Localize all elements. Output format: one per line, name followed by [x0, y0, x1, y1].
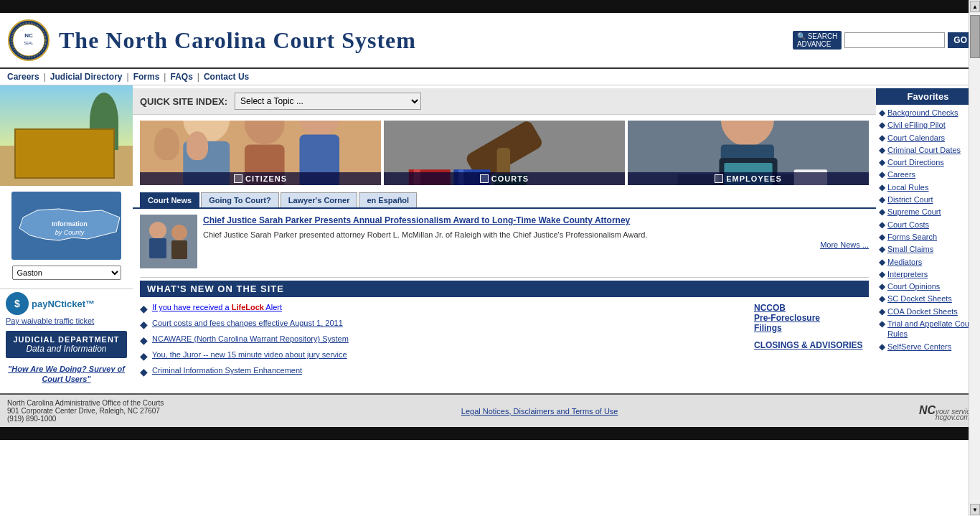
fav-item-7: ◆ District Court — [879, 194, 977, 205]
fav-item-3: ◆ Criminal Court Dates — [879, 145, 977, 155]
jdi-title: Judicial Department — [11, 335, 121, 344]
whats-new-link-4[interactable]: Criminal Information System Enhancement — [152, 366, 302, 375]
news-photo — [140, 215, 197, 268]
whats-new-item-3: ◆ You, the Juror -- new 15 minute video … — [140, 350, 747, 362]
svg-text:by County: by County — [55, 229, 85, 236]
whats-new-link-2[interactable]: NCAWARE (North Carolina Warrant Reposito… — [152, 334, 349, 343]
favorites-header: Favorites — [876, 88, 980, 105]
footer-left: North Carolina Administrative Office of … — [7, 399, 164, 423]
fav-item-0: ◆ Background Checks — [879, 108, 977, 118]
svg-text:Information: Information — [52, 220, 88, 227]
fav-link-supreme-court[interactable]: Supreme Court — [887, 207, 941, 217]
scrollbar-thumb[interactable] — [970, 15, 980, 58]
citizens-checkbox — [234, 174, 242, 183]
fav-diamond-11: ◆ — [879, 244, 885, 254]
fav-item-9: ◆ Court Costs — [879, 220, 977, 230]
nav-contact-us[interactable]: Contact Us — [204, 72, 249, 82]
nav-judicial-directory[interactable]: Judicial Directory — [50, 72, 123, 82]
fav-link-court-opinions[interactable]: Court Opinions — [887, 281, 940, 291]
svg-point-1 — [13, 24, 44, 56]
legal-notices-link[interactable]: Legal Notices, Disclaimers and Terms of … — [461, 407, 618, 416]
photo-house — [14, 128, 115, 179]
fav-link-court-calendars[interactable]: Court Calendars — [887, 133, 945, 143]
favorites-list: ◆ Background Checks ◆ Civil eFiling Pilo… — [876, 106, 980, 355]
lifelock-highlight: LifeLock — [232, 303, 264, 311]
fav-link-small-claims[interactable]: Small Claims — [887, 244, 933, 254]
jdi-box[interactable]: Judicial Department Data and Information — [6, 331, 127, 358]
more-news-link[interactable]: More News ... — [820, 240, 869, 249]
whats-new-link-1[interactable]: Court costs and fees changes effective A… — [152, 319, 343, 327]
search-input[interactable] — [844, 32, 945, 48]
quick-index-select[interactable]: Select a Topic ... Background Checks Civ… — [235, 93, 421, 110]
quick-index-label: Quick Site Index: — [140, 96, 227, 107]
nav-careers[interactable]: Careers — [7, 72, 39, 82]
whats-new-content: ◆ If you have received a LifeLock Alert … — [133, 297, 876, 388]
fav-item-16: ◆ COA Docket Sheets — [879, 306, 977, 316]
fav-link-court-costs[interactable]: Court Costs — [887, 220, 929, 230]
court-news-section: Chief Justice Sarah Parker Presents Annu… — [133, 209, 876, 274]
fav-item-15: ◆ SC Docket Sheets — [879, 294, 977, 304]
diamond-icon-0: ◆ — [140, 303, 148, 314]
closings-link[interactable]: CLOSINGS & ADVISORIES — [754, 340, 869, 350]
site-title: The North Carolina Court System — [59, 27, 793, 54]
whats-new-link-0[interactable]: If you have received a LifeLock Alert — [152, 303, 282, 311]
nav-faqs[interactable]: FAQs — [170, 72, 192, 82]
footer-right: NC your service ncgov.com — [915, 400, 973, 423]
fav-link-coa-docket[interactable]: COA Docket Sheets — [887, 306, 958, 316]
footer-phone: (919) 890-1000 — [7, 415, 164, 423]
nav-forms[interactable]: Forms — [133, 72, 160, 82]
divider — [140, 277, 869, 278]
info-by-county-box: Information by County — [11, 192, 121, 260]
county-select[interactable]: GastonAlamanceAlexanderAlleghanyAnsonAsh… — [12, 266, 121, 280]
pay-circle-icon: $ — [6, 292, 29, 315]
scrollbar-up-arrow[interactable]: ▲ — [970, 1, 980, 12]
diamond-icon-2: ◆ — [140, 334, 148, 346]
fav-link-district-court[interactable]: District Court — [887, 194, 933, 205]
tab-going-to-court[interactable]: Going To Court? — [201, 192, 279, 207]
tab-lawyers-corner[interactable]: Lawyer's Corner — [281, 192, 358, 207]
photo-citizens[interactable]: Citizens — [140, 121, 381, 185]
nc-seal-logo: NC SEAL — [7, 19, 50, 62]
whats-new-header: What's New On The Site — [140, 281, 869, 297]
fav-diamond-6: ◆ — [879, 182, 885, 192]
whats-new-link-3[interactable]: You, the Juror -- new 15 minute video ab… — [152, 350, 347, 359]
main-container: Information by County GastonAlamanceAlex… — [0, 85, 980, 388]
center-content: Quick Site Index: Select a Topic ... Bac… — [133, 85, 876, 388]
photo-row: Citizens — [133, 115, 876, 191]
pay-ticket-link[interactable]: Pay waivable traffic ticket — [6, 316, 127, 325]
fav-diamond-9: ◆ — [879, 220, 885, 230]
fav-diamond-15: ◆ — [879, 294, 885, 304]
news-title-link[interactable]: Chief Justice Sarah Parker Presents Annu… — [203, 215, 630, 225]
fav-link-forms-search[interactable]: Forms Search — [887, 232, 937, 242]
fav-link-careers[interactable]: Careers — [887, 169, 915, 179]
photo-courts[interactable]: Courts — [384, 121, 625, 185]
fav-link-sc-docket[interactable]: SC Docket Sheets — [887, 294, 952, 304]
tab-en-espanol[interactable]: en Español — [359, 192, 417, 207]
fav-link-local-rules[interactable]: Local Rules — [887, 182, 928, 192]
tab-court-news[interactable]: Court News — [140, 192, 199, 207]
fav-link-selfserve[interactable]: SelfServe Centers — [887, 342, 951, 352]
whats-new-item-4: ◆ Criminal Information System Enhancemen… — [140, 366, 747, 377]
fav-diamond-7: ◆ — [879, 194, 885, 205]
fav-link-court-directions[interactable]: Court Directions — [887, 157, 944, 167]
fav-link-civil-efiling[interactable]: Civil eFiling Pilot — [887, 120, 946, 130]
nccob-link[interactable]: NCCOBPre-ForeclosureFilings — [754, 303, 869, 333]
photo-employees[interactable]: Employees — [628, 121, 869, 185]
fav-link-background-checks[interactable]: Background Checks — [887, 108, 958, 118]
fav-item-13: ◆ Interpreters — [879, 269, 977, 279]
news-content: Chief Justice Sarah Parker Presents Annu… — [203, 215, 869, 268]
pay-ticket-logo: $ payNCticket™ — [6, 292, 127, 315]
citizens-label: Citizens — [140, 172, 381, 185]
whats-new-right: NCCOBPre-ForeclosureFilings CLOSINGS & A… — [754, 303, 869, 382]
fav-link-interpreters[interactable]: Interpreters — [887, 269, 928, 279]
whats-new-item-0: ◆ If you have received a LifeLock Alert — [140, 303, 747, 314]
fav-item-2: ◆ Court Calendars — [879, 133, 977, 143]
scrollbar[interactable]: ▲ ▼ — [969, 0, 980, 440]
search-area: 🔍 SEARCHADVANCE GO — [793, 31, 973, 50]
fav-link-criminal-court-dates[interactable]: Criminal Court Dates — [887, 145, 961, 155]
fav-link-trial-appellate[interactable]: Trial and Appellate Court Rules — [887, 319, 977, 339]
footer-org: North Carolina Administrative Office of … — [7, 399, 164, 407]
fav-diamond-8: ◆ — [879, 207, 885, 217]
survey-link[interactable]: "How Are We Doing? Survey of Court Users… — [8, 365, 125, 383]
fav-link-mediators[interactable]: Mediators — [887, 257, 922, 267]
